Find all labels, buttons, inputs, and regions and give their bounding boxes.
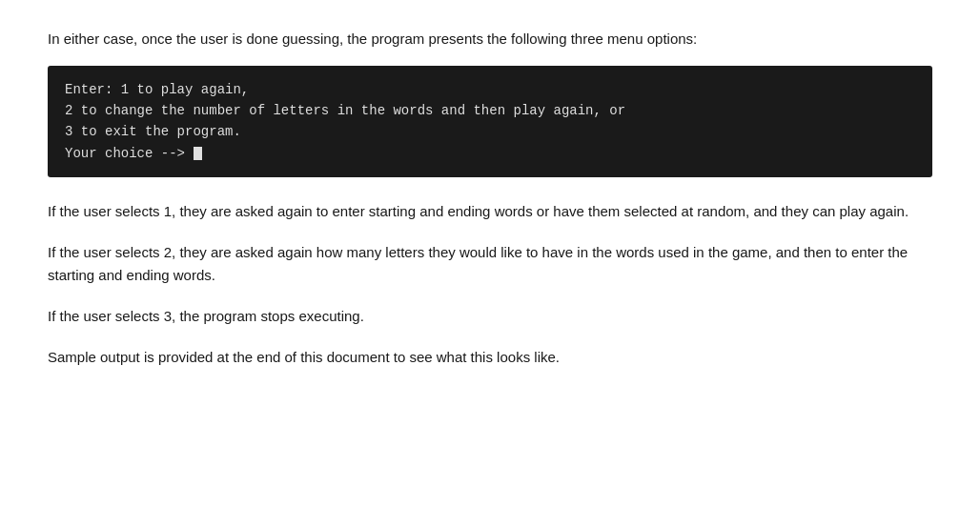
terminal-line-2: 2 to change the number of letters in the…	[65, 100, 915, 121]
terminal-output: Enter: 1 to play again, 2 to change the …	[48, 66, 932, 178]
terminal-line-4: Your choice -->	[65, 143, 915, 164]
paragraph-select-2: If the user selects 2, they are asked ag…	[48, 241, 932, 286]
paragraph-select-3: If the user selects 3, the program stops…	[48, 305, 932, 327]
paragraph-select-1: If the user selects 1, they are asked ag…	[48, 200, 932, 222]
cursor-icon	[194, 147, 202, 160]
intro-paragraph: In either case, once the user is done gu…	[48, 29, 932, 51]
terminal-line-1: Enter: 1 to play again,	[65, 79, 915, 100]
paragraph-sample-output: Sample output is provided at the end of …	[48, 346, 932, 368]
terminal-line-3: 3 to exit the program.	[65, 121, 915, 142]
